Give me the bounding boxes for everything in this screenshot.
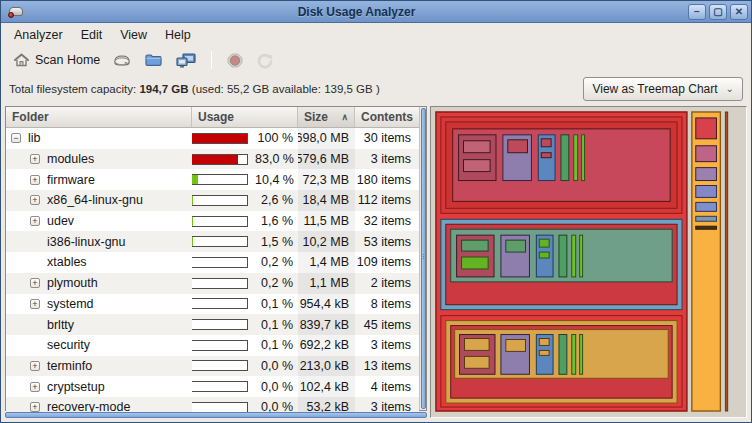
column-header-folder[interactable]: Folder — [6, 107, 192, 127]
refresh-button[interactable] — [252, 50, 278, 71]
table-row[interactable]: xtables 0,2 % 1,4 MB 109 items — [6, 252, 419, 273]
usage-bar — [192, 360, 248, 371]
usage-bar-fill — [192, 155, 238, 164]
menu-analyzer[interactable]: Analyzer — [5, 25, 72, 45]
folder-name: systemd — [47, 297, 94, 311]
column-header-usage[interactable]: Usage — [192, 107, 298, 127]
table-row[interactable]: security 0,1 % 692,2 kB 3 items — [6, 335, 419, 356]
minimize-button-icon[interactable]: − — [688, 4, 706, 20]
folder-name: cryptsetup — [47, 380, 105, 394]
vertical-scrollbar-thumb[interactable] — [421, 108, 426, 409]
folder-name: lib — [28, 131, 41, 145]
table-row[interactable]: + modules 83,0 % 579,6 MB 3 items — [6, 149, 419, 170]
usage-bar — [192, 257, 248, 268]
main-content: Folder Usage Size ∧ Contents − lib 100 %… — [1, 104, 751, 422]
usage-bar — [192, 381, 248, 392]
table-row[interactable]: + udev 1,6 % 11,5 MB 32 items — [6, 211, 419, 232]
size-value: 1,1 MB — [298, 273, 355, 294]
table-row[interactable]: + firmware 10,4 % 72,3 MB 180 items — [6, 169, 419, 190]
usage-percent: 83,0 % — [255, 152, 293, 166]
column-header-size[interactable]: Size ∧ — [298, 107, 355, 127]
refresh-icon — [256, 52, 274, 69]
horizontal-scrollbar-thumb[interactable] — [5, 412, 427, 418]
expander-icon[interactable]: + — [30, 299, 40, 309]
titlebar[interactable]: Disk Usage Analyzer − ▢ ✕ — [1, 1, 751, 23]
contents-value: 112 items — [355, 190, 419, 211]
usage-percent: 10,4 % — [255, 173, 293, 187]
size-value: 698,0 MB — [298, 128, 355, 149]
toolbar: Scan Home — [1, 47, 751, 73]
table-row[interactable]: i386-linux-gnu 1,5 % 10,2 MB 53 items — [6, 231, 419, 252]
column-header-contents[interactable]: Contents — [355, 107, 419, 127]
horizontal-scrollbar[interactable] — [5, 412, 427, 418]
contents-value: 32 items — [355, 211, 419, 232]
usage-bar-fill — [192, 134, 247, 143]
capacity-total: 194,7 GB — [139, 83, 188, 95]
scan-filesystem-button[interactable] — [108, 50, 136, 70]
disk-usage-analyzer-window: Disk Usage Analyzer − ▢ ✕ Analyzer Edit … — [0, 0, 752, 423]
contents-value: 3 items — [355, 149, 419, 170]
table-row[interactable]: + terminfo 0,0 % 213,0 kB 13 items — [6, 356, 419, 377]
usage-percent: 1,6 % — [255, 214, 293, 228]
contents-value: 30 items — [355, 128, 419, 149]
size-value: 1,4 MB — [298, 252, 355, 273]
expander-icon[interactable]: + — [30, 216, 40, 226]
stop-icon — [226, 52, 244, 69]
table-row[interactable]: − lib 100 % 698,0 MB 30 items — [6, 128, 419, 149]
menu-view[interactable]: View — [111, 25, 156, 45]
contents-value: 8 items — [355, 294, 419, 315]
size-value: 213,0 kB — [298, 356, 355, 377]
folder-name: xtables — [47, 255, 87, 269]
size-value: 72,3 MB — [298, 169, 355, 190]
usage-percent: 0,1 % — [255, 338, 293, 352]
usage-percent: 0,0 % — [255, 380, 293, 394]
menubar: Analyzer Edit View Help — [1, 23, 751, 47]
close-button-icon[interactable]: ✕ — [730, 4, 748, 20]
usage-bar-fill — [192, 196, 193, 205]
table-row[interactable]: + plymouth 0,2 % 1,1 MB 2 items — [6, 273, 419, 294]
size-value: 839,7 kB — [298, 314, 355, 335]
usage-bar — [192, 340, 248, 351]
window-title: Disk Usage Analyzer — [28, 5, 685, 19]
expander-icon[interactable]: + — [30, 195, 40, 205]
scan-folder-button[interactable] — [140, 50, 167, 70]
usage-percent: 0,2 % — [255, 255, 293, 269]
folder-name: firmware — [47, 173, 95, 187]
size-value: 579,6 MB — [298, 149, 355, 170]
folder-table: Folder Usage Size ∧ Contents − lib 100 %… — [6, 107, 419, 410]
contents-value: 53 items — [355, 231, 419, 252]
treemap-chart[interactable] — [433, 109, 744, 415]
size-value: 11,5 MB — [298, 211, 355, 232]
table-row[interactable]: + x86_64-linux-gnu 2,6 % 18,4 MB 112 ite… — [6, 190, 419, 211]
menu-edit[interactable]: Edit — [72, 25, 112, 45]
expander-icon[interactable]: + — [30, 278, 40, 288]
view-mode-dropdown[interactable]: View as Treemap Chart ⌄ — [583, 77, 743, 101]
table-row[interactable]: + cryptsetup 0,0 % 102,4 kB 4 items — [6, 376, 419, 397]
vertical-scrollbar[interactable] — [419, 107, 426, 410]
expander-icon[interactable]: + — [30, 382, 40, 392]
folder-name: plymouth — [47, 276, 98, 290]
expander-icon[interactable]: − — [11, 133, 21, 143]
usage-bar-fill — [192, 217, 193, 226]
usage-percent: 0,0 % — [255, 359, 293, 373]
folder-table-body: − lib 100 % 698,0 MB 30 items + modules … — [6, 128, 419, 418]
expander-icon[interactable]: + — [30, 361, 40, 371]
scan-home-button[interactable]: Scan Home — [9, 50, 104, 70]
table-row[interactable]: brltty 0,1 % 839,7 kB 45 items — [6, 314, 419, 335]
home-icon — [13, 52, 30, 68]
contents-value: 109 items — [355, 252, 419, 273]
expander-icon[interactable]: + — [30, 154, 40, 164]
stop-button[interactable] — [222, 50, 248, 71]
expander-icon[interactable]: + — [30, 402, 40, 412]
folder-tree-area: Folder Usage Size ∧ Contents − lib 100 %… — [5, 106, 427, 418]
maximize-button-icon[interactable]: ▢ — [709, 4, 727, 20]
usage-percent: 100 % — [255, 131, 293, 145]
folder-name: security — [47, 338, 90, 352]
expander-icon[interactable]: + — [30, 175, 40, 185]
table-row[interactable]: + systemd 0,1 % 954,4 kB 8 items — [6, 294, 419, 315]
scan-remote-button[interactable] — [171, 50, 201, 71]
contents-value: 13 items — [355, 356, 419, 377]
menu-help[interactable]: Help — [156, 25, 200, 45]
folder-name: brltty — [47, 318, 74, 332]
sort-ascending-icon: ∧ — [337, 112, 348, 122]
